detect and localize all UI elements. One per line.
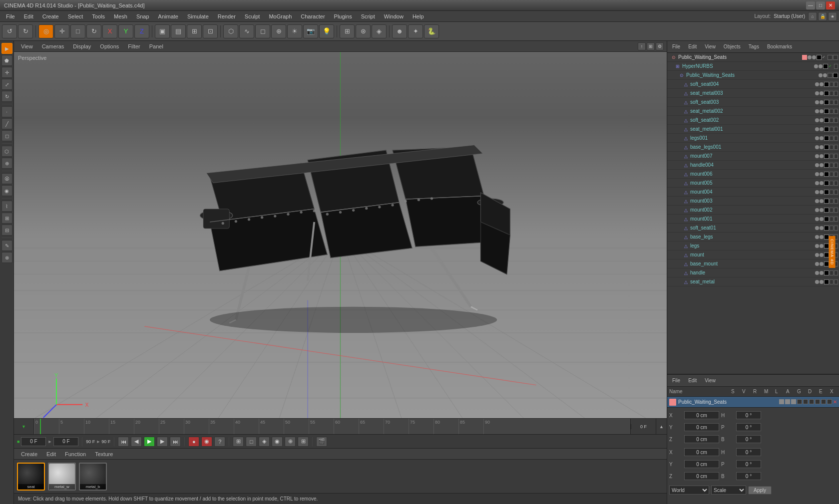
menu-script[interactable]: Script — [357, 12, 379, 20]
obj-tag-sq[interactable] — [828, 55, 833, 60]
mat-edit[interactable]: Edit — [42, 451, 60, 458]
attr-x-pos[interactable] — [684, 411, 719, 419]
dynamics-button[interactable]: ◈ — [372, 24, 387, 38]
obj-row-m001[interactable]: △ mount001 — [667, 215, 839, 224]
s1-l001[interactable] — [824, 136, 829, 141]
obj-row-m004[interactable]: △ mount004 — [667, 188, 839, 197]
viewport-settings-button[interactable]: ⚙ — [656, 42, 664, 50]
am-file[interactable]: File — [669, 377, 683, 384]
menu-create[interactable]: Create — [38, 12, 63, 20]
obj-vis-ss004[interactable] — [815, 82, 819, 86]
vt-display[interactable]: Display — [69, 43, 95, 50]
obj-row-legs[interactable]: △ legs — [667, 242, 839, 251]
menu-plugins[interactable]: Plugins — [330, 12, 356, 20]
r-sm002[interactable] — [820, 109, 824, 113]
render-button[interactable]: ▣ — [155, 24, 170, 38]
v-ss002[interactable] — [815, 118, 819, 122]
mat-texture[interactable]: Texture — [91, 451, 117, 458]
vt-options[interactable]: Options — [96, 43, 123, 50]
cinema4d-tab[interactable]: CINEMA 4D — [829, 236, 835, 268]
s1-m004[interactable] — [824, 190, 829, 195]
v-m004[interactable] — [815, 190, 819, 194]
menu-file[interactable]: File — [2, 12, 19, 20]
s3-ss01[interactable] — [834, 226, 838, 231]
move-tool[interactable]: ✛ — [1, 67, 12, 78]
v-sm002[interactable] — [815, 109, 819, 113]
menu-help[interactable]: Help — [409, 12, 428, 20]
s3-sm002[interactable] — [834, 109, 838, 114]
coord-mode-select[interactable]: Scale Position Rotation — [711, 486, 746, 495]
character-button[interactable]: ☻ — [392, 24, 407, 38]
object-button[interactable]: ⬡ — [223, 24, 238, 38]
obj-row-handle[interactable]: △ handle — [667, 268, 839, 277]
s1-mount[interactable] — [824, 252, 829, 257]
obj-sq3-ss004[interactable] — [834, 82, 838, 87]
motion-system-button[interactable]: ⊞ — [233, 437, 244, 447]
material-metal-white[interactable]: metal_w — [48, 463, 76, 491]
effector-button[interactable]: ⊛ — [356, 24, 371, 38]
s3-bl001[interactable] — [834, 145, 838, 150]
redo-button[interactable]: ↻ — [18, 24, 33, 38]
s1-m007[interactable] — [824, 154, 829, 159]
magnet-tool[interactable]: ⦿ — [1, 173, 12, 184]
render-region-button[interactable]: ▤ — [171, 24, 186, 38]
s2-m007[interactable] — [830, 154, 834, 159]
obj-row-ss01[interactable]: △ soft_seat01 — [667, 224, 839, 233]
s3-sm001[interactable] — [834, 127, 838, 132]
s1-sm001[interactable] — [824, 127, 829, 132]
poly-mode[interactable]: ◻ — [1, 130, 12, 141]
record-button[interactable]: ● — [188, 437, 199, 447]
s3-ss002[interactable] — [834, 118, 838, 123]
s1-ss01[interactable] — [824, 226, 829, 231]
attr-b-rot[interactable] — [736, 435, 761, 443]
obj-render-dot[interactable] — [812, 55, 816, 59]
obj-row-m006[interactable]: △ mount006 — [667, 170, 839, 179]
timeline-playhead[interactable] — [40, 419, 41, 434]
r-bm[interactable] — [820, 262, 824, 266]
s1-m001[interactable] — [824, 217, 829, 222]
s3-m007[interactable] — [834, 154, 838, 159]
grid-button[interactable]: ⊞ — [298, 437, 309, 447]
points-mode[interactable]: · — [1, 106, 12, 117]
cloner-button[interactable]: ⊞ — [340, 24, 355, 38]
layout-star-button[interactable]: ★ — [828, 12, 837, 21]
s1-bm[interactable] — [824, 261, 829, 266]
vt-view[interactable]: View — [17, 43, 37, 50]
s3-l001[interactable] — [834, 136, 838, 141]
s1-ss002[interactable] — [824, 118, 829, 123]
s1-m006[interactable] — [824, 172, 829, 177]
s2-ss003[interactable] — [830, 100, 834, 105]
attr-sel-a[interactable] — [809, 399, 814, 404]
s3-m003[interactable] — [834, 199, 838, 204]
record-keyframe-button[interactable]: ◉ — [201, 437, 212, 447]
obj-row-root[interactable]: ⊙ Public_Waiting_Seats ✓ — [667, 53, 839, 62]
obj-row-bl[interactable]: △ base_legs — [667, 233, 839, 242]
maximize-button[interactable]: □ — [816, 1, 825, 9]
v-ss003[interactable] — [815, 100, 819, 104]
attr-sel-e[interactable] — [827, 399, 832, 404]
go-to-end-button[interactable]: ⏭ — [170, 437, 181, 447]
apply-button[interactable]: Apply — [748, 486, 772, 495]
r-ss003[interactable] — [820, 100, 824, 104]
rotate-button[interactable]: ↻ — [86, 24, 101, 38]
obj-lock-sq[interactable] — [817, 55, 822, 60]
r-handle[interactable] — [820, 271, 824, 275]
s2-m001[interactable] — [830, 217, 834, 222]
s2-bl001[interactable] — [830, 145, 834, 150]
s1-handle[interactable] — [824, 270, 829, 275]
r-m007[interactable] — [820, 154, 824, 158]
python-button[interactable]: 🐍 — [424, 24, 439, 38]
vis-sm003[interactable] — [815, 91, 819, 95]
s1-bl[interactable] — [824, 235, 829, 240]
s1-m005[interactable] — [824, 181, 829, 186]
r-bl[interactable] — [820, 235, 824, 239]
s1-sm002[interactable] — [824, 109, 829, 114]
obj-sq2-ss004[interactable] — [830, 82, 834, 87]
om-edit[interactable]: Edit — [685, 43, 700, 50]
xpresso-button[interactable]: ✦ — [408, 24, 423, 38]
spline-button[interactable]: ∿ — [239, 24, 254, 38]
play-button[interactable]: ▶ — [144, 437, 155, 447]
menu-tools[interactable]: Tools — [88, 12, 109, 20]
move-button[interactable]: ✛ — [54, 24, 69, 38]
current-frame-input[interactable] — [21, 437, 46, 446]
